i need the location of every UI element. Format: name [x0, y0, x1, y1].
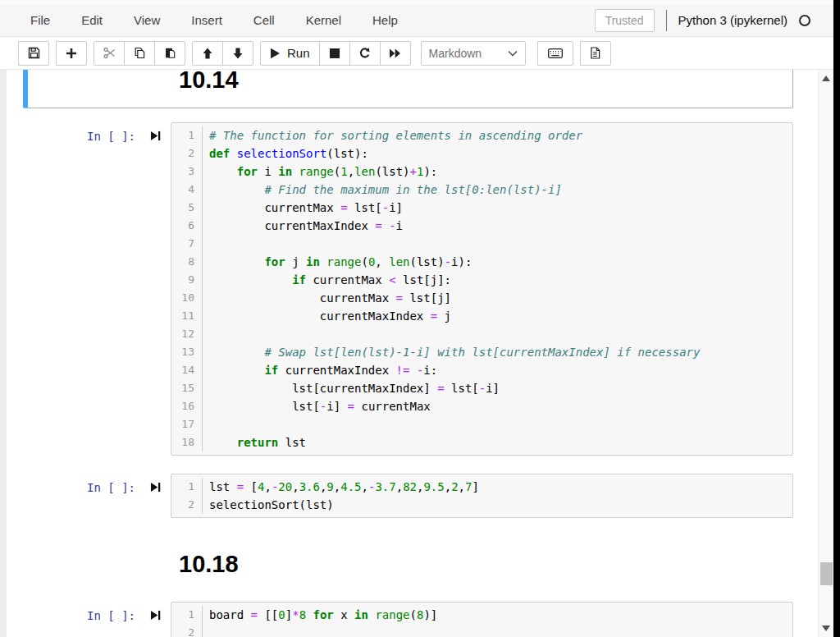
- markdown-cell-10-14[interactable]: 10.14: [23, 70, 793, 108]
- paste-icon: [164, 47, 176, 59]
- code-line-content: lst = [4,-20,3.6,9,4.5,-3.7,82,9.5,2,7]: [209, 478, 479, 496]
- scrollbar-thumb[interactable]: [820, 562, 833, 585]
- menu-help[interactable]: Help: [357, 4, 413, 36]
- code-line: 13 # Swap lst[len(lst)-1-i] with lst[cur…: [171, 343, 792, 361]
- code-cell-call-sort: In [ ]: 1lst = [4,-20,3.6,9,4.5,-3.7,82,…: [23, 474, 793, 518]
- save-icon: [28, 47, 40, 59]
- toolbar: Run Markdown: [0, 37, 833, 70]
- menu-file[interactable]: File: [15, 4, 66, 36]
- cell-type-dropdown[interactable]: Markdown: [421, 41, 526, 66]
- code-line: 10 currentMax = lst[j]: [171, 289, 792, 307]
- window-left-gutter: [0, 70, 7, 637]
- line-number: 18: [171, 433, 203, 451]
- code-line-content: lst[currentMaxIndex] = lst[-i]: [209, 379, 500, 397]
- restart-kernel-button[interactable]: [349, 41, 381, 66]
- notebook-tools-button[interactable]: [580, 41, 611, 66]
- cut-cells-button[interactable]: [94, 41, 125, 66]
- code-line: 2selectionSort(lst): [171, 496, 792, 514]
- move-cell-down-button[interactable]: [222, 41, 253, 66]
- run-this-cell-icon[interactable]: [150, 482, 161, 493]
- code-editor[interactable]: 1lst = [4,-20,3.6,9,4.5,-3.7,82,9.5,2,7]…: [171, 474, 793, 518]
- window-right-edge: [833, 0, 840, 637]
- code-line-content: # Swap lst[len(lst)-1-i] with lst[curren…: [209, 343, 700, 361]
- menu-kernel[interactable]: Kernel: [290, 4, 357, 36]
- input-prompt: In [ ]:: [87, 130, 135, 143]
- notebook-header: File Edit View Insert Cell Kernel Help T…: [0, 0, 833, 70]
- add-cell-button[interactable]: [56, 41, 87, 66]
- heading-10-18: 10.18: [179, 549, 793, 579]
- prompt-area: In [ ]:: [23, 602, 171, 637]
- stop-icon: [330, 48, 340, 58]
- markdown-render-area[interactable]: 10.18: [171, 538, 793, 589]
- code-line-content: currentMax = lst[-i]: [209, 199, 403, 217]
- scissors-icon: [103, 47, 116, 59]
- scroll-down-arrow-icon[interactable]: [822, 626, 830, 631]
- line-number: 13: [171, 343, 203, 361]
- run-button[interactable]: Run: [260, 41, 320, 66]
- keyboard-icon: [548, 48, 563, 58]
- code-line: 6 currentMaxIndex = -i: [171, 217, 792, 235]
- paste-cells-button[interactable]: [154, 41, 185, 66]
- code-line-content: for j in range(0, len(lst)-i):: [209, 253, 472, 271]
- trusted-badge[interactable]: Trusted: [595, 9, 655, 32]
- scroll-up-arrow-icon[interactable]: [822, 76, 830, 81]
- arrow-up-icon: [202, 48, 213, 59]
- save-button[interactable]: [18, 41, 49, 66]
- markdown-render-area[interactable]: 10.14: [171, 70, 792, 108]
- menu-view[interactable]: View: [118, 4, 176, 36]
- line-number: 1: [171, 126, 203, 144]
- markdown-cell-10-18[interactable]: 10.18: [23, 538, 793, 589]
- menu-insert[interactable]: Insert: [176, 4, 238, 36]
- code-cell-selection-sort: In [ ]: 1# The function for sorting elem…: [23, 122, 793, 456]
- code-line: 16 lst[-i] = currentMax: [171, 397, 792, 415]
- copy-cells-button[interactable]: [124, 41, 155, 66]
- vertical-scrollbar[interactable]: [818, 70, 833, 637]
- interrupt-kernel-button[interactable]: [319, 41, 350, 66]
- menu-bar: File Edit View Insert Cell Kernel Help T…: [0, 0, 833, 37]
- code-line: 9 if currentMax < lst[j]:: [171, 271, 792, 289]
- line-number: 8: [171, 253, 203, 271]
- code-line: 8 for j in range(0, len(lst)-i):: [171, 253, 792, 271]
- line-number: 7: [171, 235, 203, 253]
- line-number: 15: [171, 379, 203, 397]
- code-editor[interactable]: 1board = [[0]*8 for x in range(8)]2: [171, 602, 793, 637]
- kernel-name: Python 3 (ipykernel): [678, 13, 788, 27]
- code-line-content: lst[-i] = currentMax: [209, 397, 431, 415]
- code-line: 5 currentMax = lst[-i]: [171, 199, 792, 217]
- code-editor[interactable]: 1# The function for sorting elements in …: [171, 122, 793, 456]
- code-line: 2: [171, 624, 792, 637]
- line-number: 4: [171, 181, 203, 199]
- line-number: 11: [171, 307, 203, 325]
- line-number: 3: [171, 163, 203, 181]
- code-line-content: currentMax = lst[j]: [209, 289, 451, 307]
- code-line-content: if currentMax < lst[j]:: [209, 271, 451, 289]
- code-line-content: def selectionSort(lst):: [209, 144, 368, 163]
- code-line: 4 # Find the maximum in the lst[0:len(ls…: [171, 181, 792, 199]
- arrow-down-icon: [232, 48, 244, 59]
- run-label: Run: [287, 46, 310, 60]
- command-palette-button[interactable]: [537, 41, 573, 66]
- code-cell-board: In [ ]: 1board = [[0]*8 for x in range(8…: [23, 602, 793, 637]
- header-status: Trusted Python 3 (ipykernel): [595, 9, 810, 32]
- code-line: 12: [171, 325, 792, 343]
- menu-edit[interactable]: Edit: [66, 4, 118, 36]
- line-number: 17: [171, 415, 203, 433]
- code-line: 18 return lst: [171, 433, 792, 451]
- plus-icon: [66, 48, 77, 59]
- code-line-content: if currentMaxIndex != -i:: [209, 361, 437, 379]
- document-icon: [590, 47, 600, 59]
- markdown-prompt-area: [28, 70, 171, 108]
- menu-cell[interactable]: Cell: [238, 4, 290, 36]
- line-number: 1: [171, 478, 203, 496]
- move-cell-up-button[interactable]: [192, 41, 223, 66]
- code-line: 14 if currentMaxIndex != -i:: [171, 361, 792, 379]
- run-this-cell-icon[interactable]: [150, 610, 161, 621]
- cell-type-value: Markdown: [429, 47, 482, 60]
- run-this-cell-icon[interactable]: [150, 131, 161, 141]
- fast-forward-icon: [389, 48, 401, 59]
- code-line-content: selectionSort(lst): [209, 496, 334, 514]
- code-line: 17: [171, 415, 792, 433]
- code-line-content: # Find the maximum in the lst[0:len(lst)…: [209, 181, 562, 199]
- restart-run-all-button[interactable]: [380, 41, 411, 66]
- copy-icon: [134, 47, 146, 59]
